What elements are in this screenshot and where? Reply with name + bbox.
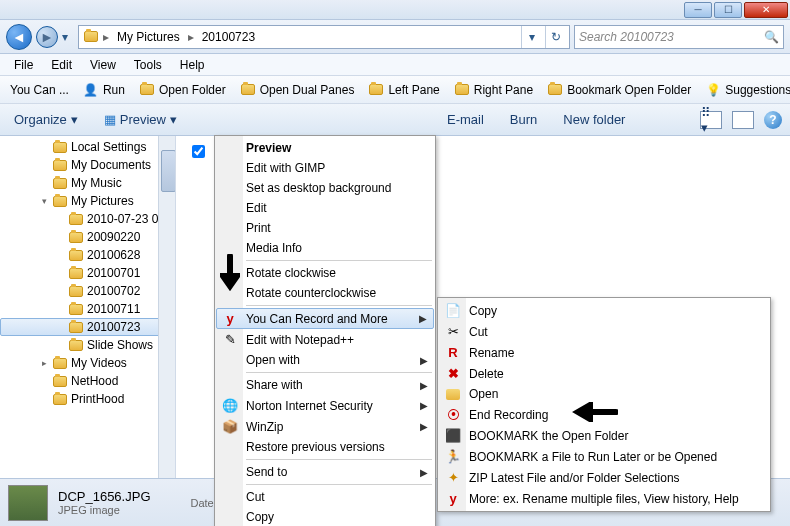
menu-help[interactable]: Help [172,56,213,74]
refresh-button[interactable]: ↻ [545,26,565,48]
menu-tools[interactable]: Tools [126,56,170,74]
submenu-arrow-icon: ▶ [420,400,428,411]
folder-icon [52,157,68,173]
menu-item[interactable]: Send to▶ [216,462,434,482]
folder-tree[interactable]: Local SettingsMy DocumentsMy Music▾My Pi… [0,136,176,478]
folder-icon [548,84,562,95]
tree-node[interactable]: 2010-07-23 001 [0,210,175,228]
globe-icon: 🌐 [220,398,240,413]
left-pane-button[interactable]: Left Pane [362,80,445,100]
youcan-button[interactable]: You Can ... [4,81,75,99]
menu-item[interactable]: 📦WinZip▶ [216,416,434,437]
open-icon [443,389,463,400]
open-folder-button[interactable]: Open Folder [133,80,232,100]
email-button[interactable]: E-mail [441,110,490,129]
tree-node[interactable]: 20100723 [0,318,175,336]
menu-item[interactable]: Copy [216,507,434,526]
annotation-arrow-down [220,254,240,300]
breadcrumb-separator: ▸ [103,30,109,44]
submenu-item[interactable]: 🏃BOOKMARK a File to Run Later or be Open… [439,446,769,467]
menu-item[interactable]: Rotate counterclockwise [216,283,434,303]
menu-item[interactable]: Print [216,218,434,238]
submenu-item[interactable]: RRename [439,342,769,363]
nav-history-dropdown[interactable]: ▾ [62,30,74,44]
menu-item[interactable]: Restore previous versions [216,437,434,457]
bulb-icon: 💡 [705,82,721,98]
menu-item[interactable]: Set as desktop background [216,178,434,198]
submenu-item[interactable]: 📄Copy [439,300,769,321]
date-label: Date [191,497,214,509]
zip-icon: ✦ [443,470,463,485]
new-folder-button[interactable]: New folder [557,110,631,129]
submenu-arrow-icon: ▶ [420,467,428,478]
tree-node[interactable]: Local Settings [0,138,175,156]
select-all-checkbox[interactable] [192,145,205,158]
maximize-button[interactable]: ☐ [714,2,742,18]
address-dropdown[interactable]: ▾ [521,26,541,48]
tree-label: Slide Shows [87,338,153,352]
submenu-item[interactable]: ✦ZIP Latest File and/or Folder Selection… [439,467,769,488]
open-dual-button[interactable]: Open Dual Panes [234,80,361,100]
expand-icon[interactable]: ▸ [39,358,49,368]
tree-label: PrintHood [71,392,124,406]
submenu-arrow-icon: ▶ [420,380,428,391]
submenu-item[interactable]: ✖Delete [439,363,769,384]
tree-node[interactable]: Slide Shows [0,336,175,354]
menu-item[interactable]: ✎Edit with Notepad++ [216,329,434,350]
menu-file[interactable]: File [6,56,41,74]
address-bar[interactable]: ▸ My Pictures ▸ 20100723 ▾ ↻ [78,25,570,49]
menu-view[interactable]: View [82,56,124,74]
menu-item[interactable]: Open with▶ [216,350,434,370]
tree-node[interactable]: PrintHood [0,390,175,408]
submenu-item[interactable]: ⬛BOOKMARK the Open Folder [439,425,769,446]
preview-pane-button[interactable] [732,111,754,129]
submenu-item[interactable]: yMore: ex. Rename multiple files, View h… [439,488,769,509]
preview-button[interactable]: ▦ Preview ▾ [98,110,183,129]
breadcrumb[interactable]: My Pictures [113,28,184,46]
tree-scrollbar[interactable] [158,136,175,478]
menu-item[interactable]: Share with▶ [216,375,434,395]
organize-button[interactable]: Organize ▾ [8,110,84,129]
tree-node[interactable]: NetHood [0,372,175,390]
menu-item[interactable]: Rotate clockwise [216,263,434,283]
tree-node[interactable]: 20100702 [0,282,175,300]
tree-node[interactable]: ▾My Pictures [0,192,175,210]
tree-node[interactable]: 20090220 [0,228,175,246]
tree-node[interactable]: My Music [0,174,175,192]
tree-label: My Pictures [71,194,134,208]
help-button[interactable]: ? [764,111,782,129]
close-button[interactable]: ✕ [744,2,788,18]
expand-icon[interactable]: ▾ [39,196,49,206]
tree-node[interactable]: 20100628 [0,246,175,264]
menu-item[interactable]: Cut [216,487,434,507]
back-button[interactable]: ◄ [6,24,32,50]
tree-node[interactable]: My Documents [0,156,175,174]
right-pane-button[interactable]: Right Pane [448,80,539,100]
menu-item[interactable]: 🌐Norton Internet Security▶ [216,395,434,416]
bookmark-button[interactable]: Bookmark Open Folder [541,80,697,100]
command-bar: Organize ▾ ▦ Preview ▾ E-mail Burn New f… [0,104,790,136]
menu-edit[interactable]: Edit [43,56,80,74]
menu-item[interactable]: Edit with GIMP [216,158,434,178]
menu-item[interactable]: Edit [216,198,434,218]
menu-item[interactable]: Media Info [216,238,434,258]
run-button[interactable]: 👤Run [77,80,131,100]
burn-button[interactable]: Burn [504,110,543,129]
suggestions-button[interactable]: 💡Suggestions [699,80,790,100]
forward-button[interactable]: ► [36,26,58,48]
folder-icon [52,193,68,209]
folder-icon [68,211,84,227]
view-options-button[interactable]: ⠿ ▾ [700,111,722,129]
tree-node[interactable]: 20100711 [0,300,175,318]
context-menu[interactable]: PreviewEdit with GIMPSet as desktop back… [214,135,436,526]
search-icon: 🔍 [764,30,779,44]
breadcrumb[interactable]: 20100723 [198,28,259,46]
submenu-item[interactable]: ✂Cut [439,321,769,342]
bm2-icon: 🏃 [443,449,463,464]
search-input[interactable]: Search 20100723 🔍 [574,25,784,49]
tree-node[interactable]: ▸My Videos [0,354,175,372]
minimize-button[interactable]: ─ [684,2,712,18]
tree-node[interactable]: 20100701 [0,264,175,282]
menu-item[interactable]: Preview [216,138,434,158]
menu-item[interactable]: yYou Can Record and More▶ [216,308,434,329]
